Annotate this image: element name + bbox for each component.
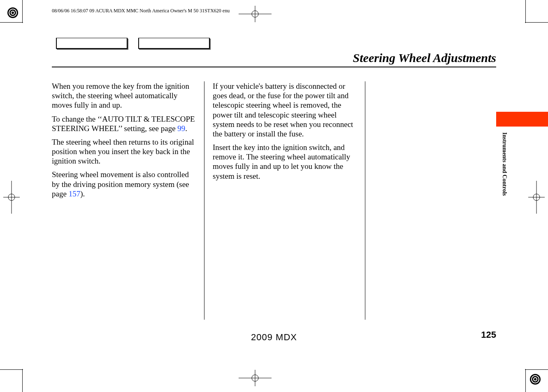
center-mark-left [3, 181, 20, 214]
column-2: If your vehicle's battery is disconnecte… [213, 81, 365, 320]
col1-para2-text-a: To change the ‘‘AUTO TILT & TELESCOPE ST… [52, 115, 195, 133]
col1-para3: The steering wheel then returns to its o… [52, 137, 196, 166]
center-mark-top [239, 6, 272, 22]
registration-mark-bottom-right [529, 373, 541, 385]
col1-para4-text-c: ). [80, 189, 85, 198]
col2-para1: If your vehicle's battery is disconnecte… [213, 81, 357, 138]
empty-box-1 [56, 38, 128, 49]
column-1: When you remove the key from the ignitio… [52, 81, 204, 320]
section-tab-label: Instruments and Controls [501, 132, 508, 196]
col1-para1: When you remove the key from the ignitio… [52, 81, 196, 110]
section-tab-bg [496, 112, 548, 127]
print-header: 08/06/06 16:58:07 09 ACURA MDX MMC North… [52, 8, 230, 14]
title-rule [52, 67, 496, 67]
page-title: Steering Wheel Adjustments [353, 51, 496, 65]
footer-model: 2009 MDX [0, 332, 548, 343]
svg-point-4 [12, 12, 14, 14]
page-link-99[interactable]: 99 [177, 124, 185, 133]
col2-para2: Insert the key into the ignition switch,… [213, 143, 357, 181]
empty-box-2 [138, 38, 210, 49]
svg-point-9 [534, 378, 536, 380]
registration-mark-top-left [7, 7, 19, 19]
col1-para2: To change the ‘‘AUTO TILT & TELESCOPE ST… [52, 114, 196, 133]
center-mark-bottom [239, 370, 272, 386]
col1-para4: Steering wheel movement is also controll… [52, 170, 196, 198]
page-link-157[interactable]: 157 [69, 189, 81, 198]
col1-para2-text-c: . [185, 124, 187, 133]
center-mark-right [528, 181, 545, 214]
page-number: 125 [481, 330, 496, 340]
